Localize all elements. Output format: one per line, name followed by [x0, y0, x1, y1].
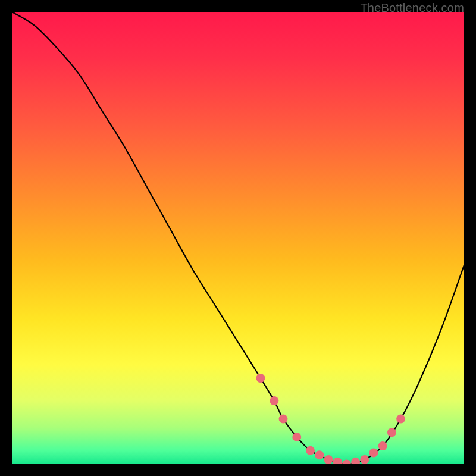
bottleneck-chart	[12, 12, 464, 464]
chart-background-gradient	[12, 12, 464, 464]
data-marker	[279, 415, 288, 424]
data-marker	[306, 446, 315, 455]
chart-frame	[12, 12, 464, 464]
data-marker	[378, 441, 387, 450]
data-marker	[387, 428, 396, 437]
data-marker	[315, 450, 324, 459]
data-marker	[270, 396, 278, 405]
watermark-text: TheBottleneck.com	[360, 1, 464, 15]
data-marker	[369, 449, 378, 458]
data-marker	[256, 374, 265, 383]
data-marker	[292, 433, 301, 441]
data-marker	[324, 455, 333, 464]
data-marker	[396, 415, 405, 424]
data-marker	[360, 455, 369, 464]
